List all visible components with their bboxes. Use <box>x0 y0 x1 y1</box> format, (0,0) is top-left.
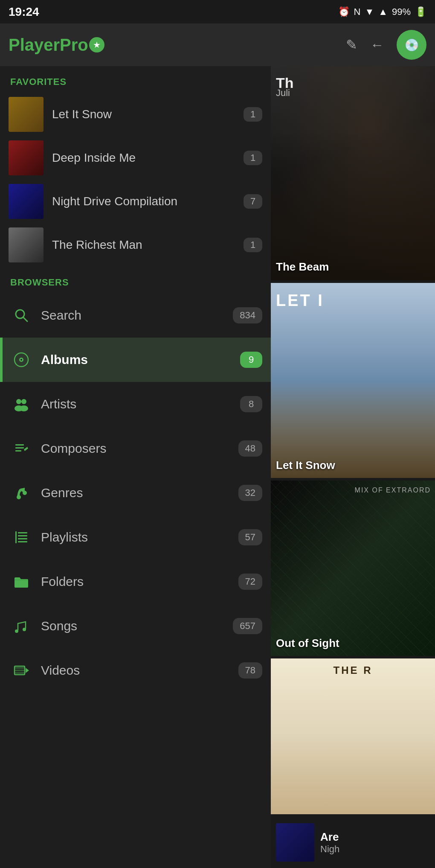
browser-label-videos: Videos <box>34 663 238 678</box>
browser-label-search: Search <box>34 308 233 323</box>
album-title-oos: Out of Sight <box>276 637 339 650</box>
favorite-item-let-it-snow[interactable]: Let It Snow 1 <box>0 93 271 136</box>
favorites-section-label: FAVORITES <box>0 66 271 93</box>
artists-icon <box>9 391 34 417</box>
svg-rect-10 <box>15 447 24 449</box>
svg-marker-25 <box>26 668 29 673</box>
composers-icon <box>9 436 34 461</box>
svg-rect-9 <box>15 444 24 446</box>
browser-item-search[interactable]: Search 834 <box>0 293 271 338</box>
album-mini-night-drive[interactable]: Are Nigh <box>271 817 435 868</box>
status-icons: ⏰ N ▼ ▲ 99% 🔋 <box>338 6 427 17</box>
playlists-icon <box>9 524 34 550</box>
album-card-the-r[interactable]: THE R <box>271 658 435 814</box>
browser-item-albums[interactable]: Albums 9 <box>0 338 271 382</box>
browser-item-folders[interactable]: Folders 72 <box>0 559 271 604</box>
album-card-the-beam[interactable]: Th Juli The Beam <box>271 66 435 280</box>
svg-point-4 <box>20 359 22 361</box>
battery-icon: 🔋 <box>415 6 426 17</box>
browser-item-videos[interactable]: Videos 78 <box>0 648 271 693</box>
album-title-beam-bottom: The Beam <box>276 260 329 274</box>
app-logo: PlayerPro★ <box>9 35 346 55</box>
videos-icon <box>9 658 34 683</box>
disc-icon: 💿 <box>404 38 419 52</box>
header-actions: ✎ ← 💿 <box>346 30 426 60</box>
svg-point-5 <box>16 399 21 404</box>
browser-count-search: 834 <box>233 307 262 323</box>
back-button[interactable]: ← <box>370 37 384 53</box>
mini-sub-night-drive: Nigh <box>320 844 339 855</box>
browser-count-playlists: 57 <box>238 529 262 545</box>
browser-label-folders: Folders <box>34 574 238 589</box>
wifi-icon: ▼ <box>365 6 374 17</box>
browser-label-playlists: Playlists <box>34 530 238 545</box>
now-playing-button[interactable]: 💿 <box>397 30 426 60</box>
svg-rect-24 <box>14 672 25 674</box>
beam-gradient <box>271 131 435 281</box>
browser-count-genres: 32 <box>238 485 262 501</box>
mini-thumb-night-drive <box>276 823 314 862</box>
favorite-item-deep-inside-me[interactable]: Deep Inside Me 1 <box>0 136 271 180</box>
browser-item-composers[interactable]: Composers 48 <box>0 426 271 471</box>
logo-star-icon: ★ <box>89 37 104 52</box>
album-title-let-bottom: Let It Snow <box>276 459 335 472</box>
favorite-title-let-it-snow: Let It Snow <box>44 108 244 121</box>
svg-point-6 <box>21 399 26 404</box>
svg-rect-15 <box>18 532 27 533</box>
album-title-the-r: THE R <box>271 664 435 676</box>
status-bar: 19:24 ⏰ N ▼ ▲ 99% 🔋 <box>0 0 435 23</box>
album-card-let-it-snow[interactable]: LET I Let It Snow <box>271 283 435 478</box>
richest-gradient <box>271 736 435 814</box>
svg-rect-11 <box>15 450 21 451</box>
album-card-out-of-sight[interactable]: MIX OF EXTRAORD Out of Sight <box>271 481 435 656</box>
browser-item-songs[interactable]: Songs 657 <box>0 604 271 648</box>
browser-count-composers: 48 <box>238 440 262 457</box>
svg-point-8 <box>20 405 28 411</box>
svg-rect-17 <box>18 538 27 539</box>
svg-line-1 <box>23 317 27 321</box>
favorite-thumb-night-drive <box>9 184 44 219</box>
oos-pattern <box>271 481 435 656</box>
album-title-let-top: LET I <box>276 291 324 310</box>
browser-item-genres[interactable]: Genres 32 <box>0 471 271 515</box>
svg-rect-22 <box>14 667 25 669</box>
favorite-item-richest-man[interactable]: The Richest Man 1 <box>0 223 271 267</box>
browser-label-artists: Artists <box>34 397 240 411</box>
favorite-count-richest-man: 1 <box>244 238 262 252</box>
genres-icon <box>9 480 34 506</box>
battery-level: 99% <box>392 6 411 17</box>
mini-title-night-drive: Are <box>320 830 339 844</box>
mini-info-night-drive: Are Nigh <box>314 830 339 855</box>
app-header: PlayerPro★ ✎ ← 💿 <box>0 23 435 66</box>
favorite-count-let-it-snow: 1 <box>244 107 262 122</box>
svg-point-20 <box>23 628 26 631</box>
browser-count-artists: 8 <box>240 396 262 412</box>
favorite-thumb-let-it-snow <box>9 97 44 132</box>
browser-item-artists[interactable]: Artists 8 <box>0 382 271 426</box>
search-icon <box>9 303 34 328</box>
songs-icon <box>9 613 34 639</box>
browsers-section-label: BROWSERS <box>0 267 271 293</box>
sidebar: FAVORITES Let It Snow 1 Deep Inside Me 1… <box>0 66 271 868</box>
browser-label-albums: Albums <box>34 352 240 367</box>
right-panel: Th Juli The Beam LET I Let It Snow MIX O… <box>271 66 435 868</box>
folders-icon <box>9 569 34 594</box>
favorite-count-deep-inside-me: 1 <box>244 151 262 165</box>
browser-label-songs: Songs <box>34 619 233 633</box>
browser-label-composers: Composers <box>34 441 238 456</box>
favorite-item-night-drive[interactable]: Night Drive Compilation 7 <box>0 180 271 223</box>
main-layout: FAVORITES Let It Snow 1 Deep Inside Me 1… <box>0 66 435 868</box>
edit-button[interactable]: ✎ <box>346 37 357 53</box>
browser-item-playlists[interactable]: Playlists 57 <box>0 515 271 559</box>
favorite-count-night-drive: 7 <box>244 194 262 209</box>
favorite-title-deep-inside-me: Deep Inside Me <box>44 151 244 165</box>
favorite-thumb-deep-inside-me <box>9 140 44 175</box>
browser-count-folders: 72 <box>238 574 262 590</box>
favorite-title-richest-man: The Richest Man <box>44 238 244 252</box>
svg-point-12 <box>17 495 21 499</box>
svg-rect-18 <box>18 541 27 542</box>
svg-point-13 <box>23 491 27 495</box>
favorite-thumb-richest-man <box>9 227 44 262</box>
albums-icon <box>9 347 34 373</box>
browser-label-genres: Genres <box>34 486 238 500</box>
